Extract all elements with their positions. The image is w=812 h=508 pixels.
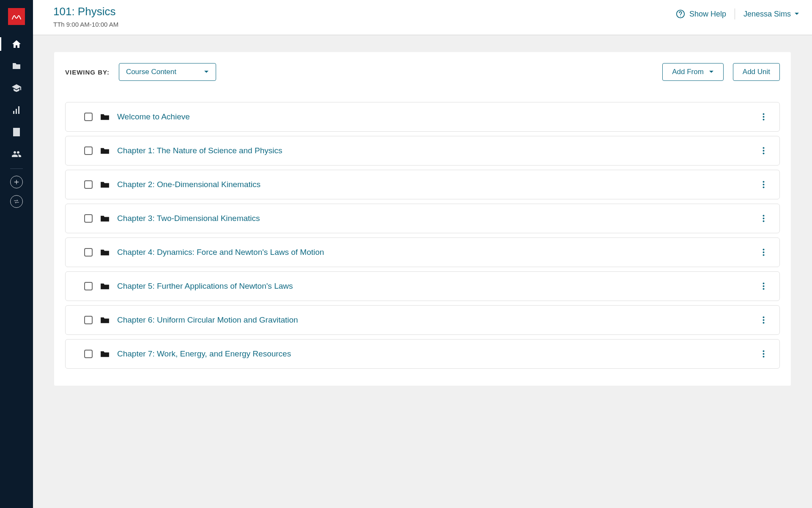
unit-title[interactable]: Chapter 3: Two-Dimensional Kinematics bbox=[117, 214, 752, 223]
course-title[interactable]: 101: Physics bbox=[53, 5, 118, 18]
unit-checkbox[interactable] bbox=[84, 214, 93, 223]
viewing-by-value: Course Content bbox=[126, 68, 176, 76]
svg-point-3 bbox=[763, 116, 764, 118]
nav-ebook[interactable] bbox=[0, 121, 33, 143]
unit-checkbox[interactable] bbox=[84, 316, 93, 324]
unit-title[interactable]: Chapter 2: One-Dimensional Kinematics bbox=[117, 180, 752, 189]
brand-logo[interactable] bbox=[0, 0, 33, 33]
svg-point-17 bbox=[763, 283, 764, 284]
user-menu[interactable]: Jenessa Sims bbox=[743, 10, 799, 19]
header-right: Show Help Jenessa Sims bbox=[676, 5, 799, 19]
home-icon bbox=[11, 39, 22, 49]
folder-icon bbox=[100, 282, 110, 290]
unit-checkbox[interactable] bbox=[84, 180, 93, 189]
plus-icon bbox=[13, 179, 20, 185]
bar-chart-icon bbox=[11, 105, 22, 115]
nav-home[interactable] bbox=[0, 33, 33, 55]
viewing-by-select[interactable]: Course Content bbox=[119, 63, 216, 81]
svg-point-2 bbox=[763, 113, 764, 115]
unit-more-menu[interactable] bbox=[759, 112, 768, 122]
logo-icon bbox=[8, 8, 25, 25]
unit-row: Chapter 4: Dynamics: Force and Newton's … bbox=[65, 237, 780, 267]
add-from-button[interactable]: Add From bbox=[662, 63, 724, 81]
show-help-label: Show Help bbox=[689, 10, 726, 19]
unit-list: Welcome to AchieveChapter 1: The Nature … bbox=[65, 102, 780, 369]
caret-down-icon bbox=[204, 69, 209, 75]
svg-point-4 bbox=[763, 119, 764, 121]
unit-checkbox[interactable] bbox=[84, 146, 93, 155]
folder-icon bbox=[100, 316, 110, 324]
unit-checkbox[interactable] bbox=[84, 248, 93, 257]
unit-more-menu[interactable] bbox=[759, 179, 768, 190]
unit-row: Welcome to Achieve bbox=[65, 102, 780, 132]
kebab-icon bbox=[763, 350, 765, 358]
svg-point-5 bbox=[763, 147, 764, 149]
nav-add[interactable] bbox=[10, 176, 23, 188]
svg-point-7 bbox=[763, 153, 764, 155]
content: VIEWING BY: Course Content Add From Add … bbox=[33, 35, 812, 403]
kebab-icon bbox=[763, 248, 765, 256]
viewing-by-label: VIEWING BY: bbox=[65, 69, 110, 76]
nav-people[interactable] bbox=[0, 143, 33, 165]
svg-point-14 bbox=[763, 249, 764, 251]
add-from-label: Add From bbox=[672, 68, 704, 76]
folder-icon bbox=[100, 248, 110, 256]
unit-checkbox[interactable] bbox=[84, 350, 93, 358]
unit-row: Chapter 3: Two-Dimensional Kinematics bbox=[65, 204, 780, 233]
nav-switch[interactable] bbox=[10, 195, 23, 208]
header-divider bbox=[735, 8, 735, 19]
unit-row: Chapter 7: Work, Energy, and Energy Reso… bbox=[65, 339, 780, 369]
unit-more-menu[interactable] bbox=[759, 349, 768, 359]
unit-row: Chapter 6: Uniform Circular Motion and G… bbox=[65, 305, 780, 335]
app-root: 101: Physics TTh 9:00 AM-10:00 AM Show H… bbox=[0, 0, 812, 508]
add-unit-label: Add Unit bbox=[743, 68, 770, 76]
graduation-icon bbox=[11, 83, 22, 93]
unit-checkbox[interactable] bbox=[84, 282, 93, 290]
add-unit-button[interactable]: Add Unit bbox=[733, 63, 780, 81]
unit-title[interactable]: Chapter 1: The Nature of Science and Phy… bbox=[117, 146, 752, 155]
unit-title[interactable]: Chapter 4: Dynamics: Force and Newton's … bbox=[117, 248, 752, 257]
unit-more-menu[interactable] bbox=[759, 146, 768, 156]
svg-point-21 bbox=[763, 319, 764, 321]
kebab-icon bbox=[763, 316, 765, 324]
unit-title[interactable]: Chapter 7: Work, Energy, and Energy Reso… bbox=[117, 349, 752, 359]
svg-point-16 bbox=[763, 254, 764, 256]
svg-point-1 bbox=[680, 16, 681, 17]
unit-title[interactable]: Welcome to Achieve bbox=[117, 112, 752, 121]
svg-point-15 bbox=[763, 251, 764, 253]
unit-title[interactable]: Chapter 6: Uniform Circular Motion and G… bbox=[117, 315, 752, 325]
unit-more-menu[interactable] bbox=[759, 315, 768, 325]
nav-reports[interactable] bbox=[0, 99, 33, 121]
svg-point-12 bbox=[763, 218, 764, 219]
course-subtitle: TTh 9:00 AM-10:00 AM bbox=[53, 21, 118, 28]
svg-point-13 bbox=[763, 221, 764, 222]
caret-down-icon bbox=[794, 11, 799, 17]
sidebar bbox=[0, 0, 33, 508]
book-icon bbox=[11, 127, 22, 137]
unit-checkbox[interactable] bbox=[84, 113, 93, 121]
swap-icon bbox=[13, 198, 20, 205]
unit-more-menu[interactable] bbox=[759, 247, 768, 257]
nav-grades[interactable] bbox=[0, 77, 33, 99]
unit-row: Chapter 5: Further Applications of Newto… bbox=[65, 271, 780, 301]
caret-down-icon bbox=[709, 69, 714, 75]
nav-divider bbox=[10, 168, 23, 169]
nav-folder[interactable] bbox=[0, 55, 33, 77]
folder-icon bbox=[100, 350, 110, 358]
svg-point-24 bbox=[763, 353, 764, 355]
folder-icon bbox=[100, 215, 110, 222]
svg-point-18 bbox=[763, 285, 764, 287]
svg-point-9 bbox=[763, 184, 764, 185]
unit-title[interactable]: Chapter 5: Further Applications of Newto… bbox=[117, 282, 752, 291]
unit-more-menu[interactable] bbox=[759, 281, 768, 291]
unit-more-menu[interactable] bbox=[759, 213, 768, 224]
svg-point-11 bbox=[763, 215, 764, 217]
kebab-icon bbox=[763, 282, 765, 290]
help-icon bbox=[676, 9, 685, 19]
unit-row: Chapter 1: The Nature of Science and Phy… bbox=[65, 136, 780, 166]
folder-icon bbox=[100, 113, 110, 121]
svg-point-20 bbox=[763, 317, 764, 318]
svg-point-25 bbox=[763, 356, 764, 358]
show-help-link[interactable]: Show Help bbox=[676, 9, 726, 19]
toolbar: VIEWING BY: Course Content Add From Add … bbox=[65, 63, 780, 81]
